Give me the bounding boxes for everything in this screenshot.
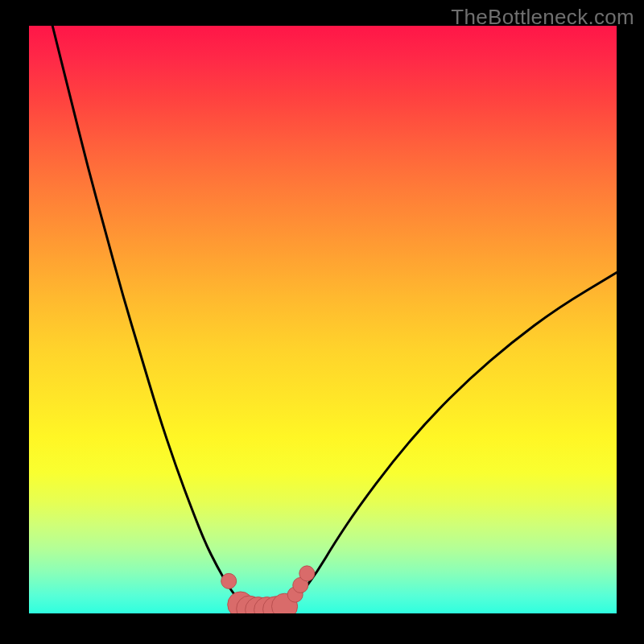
data-markers (221, 566, 315, 613)
marker-point (221, 573, 237, 588)
curve-right-curve (287, 273, 617, 608)
curve-left-curve (52, 26, 246, 608)
marker-point (299, 566, 315, 581)
chart-svg (29, 26, 617, 613)
plot-area (29, 26, 617, 613)
chart-frame: TheBottleneck.com (0, 0, 644, 644)
watermark-text: TheBottleneck.com (451, 5, 634, 30)
curve-lines (52, 26, 617, 608)
